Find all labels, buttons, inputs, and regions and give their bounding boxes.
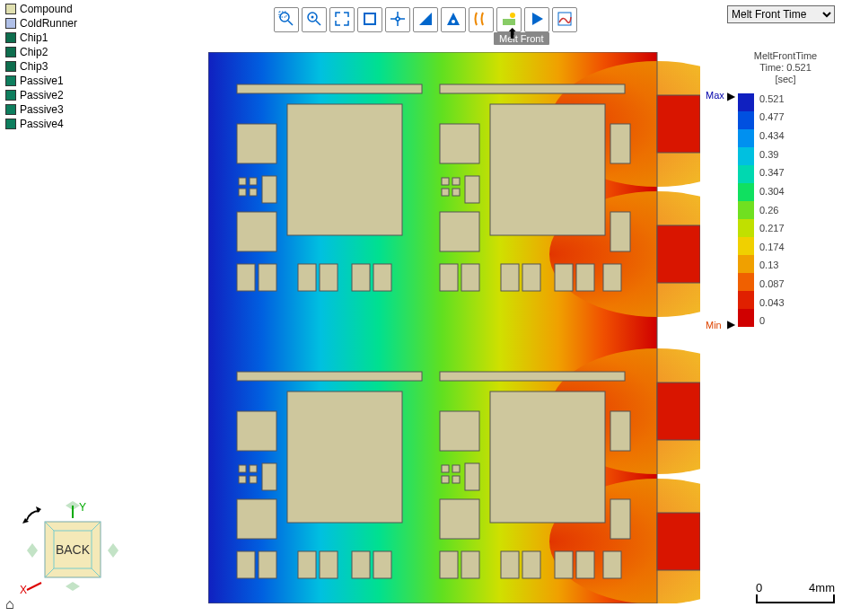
tree-item[interactable]: ColdRunner [5, 16, 77, 31]
window-button[interactable] [357, 7, 382, 32]
model-tree: Compound ColdRunner Chip1 Chip2 Chip3 Pa… [5, 2, 77, 131]
colorbar-value: 0.087 [759, 278, 785, 289]
tree-item[interactable]: Chip1 [5, 31, 77, 45]
play-icon [528, 10, 546, 31]
home-icon: ⌂ [5, 596, 14, 612]
svg-rect-70 [442, 465, 449, 472]
swatch-icon [5, 61, 16, 72]
measure-button[interactable] [413, 7, 438, 32]
svg-rect-24 [657, 513, 700, 570]
pan-button[interactable] [385, 7, 410, 32]
home-button[interactable]: ⌂ [5, 596, 14, 612]
tree-label: Chip3 [20, 60, 48, 73]
zoom-box-button[interactable] [274, 7, 299, 32]
svg-rect-51 [440, 264, 458, 291]
arrow-right-icon: ▶ [727, 90, 735, 102]
section-button[interactable] [469, 7, 494, 32]
axis-x-label: X [20, 584, 27, 596]
svg-rect-69 [262, 463, 276, 490]
colorbar-value: 0.521 [759, 93, 785, 104]
svg-rect-86 [501, 551, 519, 578]
swatch-icon [5, 32, 16, 43]
viewport[interactable] [208, 52, 700, 603]
arrow-right-icon: ▶ [727, 318, 735, 330]
colorbar-value: 0.174 [759, 242, 785, 252]
zoom-target-icon [305, 10, 323, 31]
svg-rect-21 [657, 95, 700, 153]
svg-rect-88 [555, 551, 573, 578]
colorbar-min-label: Min [706, 320, 722, 330]
svg-rect-85 [461, 551, 479, 578]
svg-rect-48 [320, 264, 338, 291]
colorbar-value: 0.13 [759, 260, 785, 270]
svg-rect-31 [610, 124, 630, 163]
svg-rect-64 [610, 411, 630, 451]
swatch-icon [5, 104, 16, 115]
chart-button[interactable] [552, 7, 577, 32]
chart-icon [556, 10, 574, 31]
svg-rect-40 [452, 189, 460, 196]
contour-plot [208, 52, 700, 603]
svg-rect-59 [440, 372, 625, 381]
tree-item[interactable]: Chip2 [5, 45, 77, 59]
svg-rect-72 [442, 476, 449, 483]
colorbar-value: 0.26 [759, 205, 785, 216]
svg-rect-56 [576, 264, 594, 291]
svg-rect-87 [522, 551, 540, 578]
svg-line-4 [316, 21, 320, 25]
svg-rect-58 [237, 372, 422, 381]
colorbar-value: 0 [759, 315, 785, 326]
svg-rect-90 [603, 551, 621, 578]
svg-rect-54 [522, 264, 540, 291]
svg-rect-36 [262, 176, 276, 203]
fit-button[interactable] [329, 7, 355, 32]
probe-icon [444, 10, 462, 31]
svg-rect-43 [440, 212, 479, 251]
window-icon [361, 10, 379, 31]
svg-rect-39 [442, 189, 449, 196]
svg-rect-71 [452, 465, 460, 472]
nav-cube[interactable]: BACK Y X [16, 500, 124, 602]
play-button[interactable] [524, 7, 549, 32]
iso-button[interactable] [496, 7, 522, 32]
tree-label: Chip2 [20, 46, 48, 58]
colorbar-value: 0.434 [759, 130, 785, 141]
svg-rect-83 [373, 551, 391, 578]
colorbar: MeltFrontTime Time: 0.521 [sec] Max ▶ Mi… [736, 50, 835, 327]
colorbar-strip [738, 93, 754, 327]
svg-rect-22 [657, 225, 700, 283]
scale-bar: 04mm [756, 581, 835, 603]
svg-rect-79 [259, 551, 276, 578]
svg-rect-89 [576, 551, 594, 578]
tree-item[interactable]: Passive4 [5, 117, 77, 131]
svg-rect-66 [250, 465, 257, 472]
svg-rect-27 [237, 124, 276, 163]
result-type-select[interactable]: Melt Front Time [727, 5, 835, 23]
svg-rect-30 [490, 104, 605, 235]
svg-rect-80 [298, 551, 316, 578]
svg-rect-28 [287, 104, 402, 235]
svg-rect-23 [657, 383, 700, 440]
zoom-target-button[interactable] [302, 7, 327, 32]
svg-point-13 [510, 13, 515, 18]
colorbar-max-label: Max [706, 90, 724, 101]
tree-item[interactable]: Passive3 [5, 102, 77, 117]
tree-item[interactable]: Chip3 [5, 59, 77, 74]
tree-item[interactable]: Passive1 [5, 74, 77, 88]
swatch-icon [5, 18, 16, 29]
svg-rect-74 [465, 463, 479, 490]
tree-label: Passive2 [20, 89, 64, 101]
svg-rect-46 [259, 264, 276, 291]
svg-rect-38 [452, 178, 460, 185]
tree-item[interactable]: Compound [5, 2, 77, 16]
axis-y-label: Y [79, 501, 86, 514]
svg-rect-44 [610, 212, 630, 251]
svg-rect-84 [440, 551, 458, 578]
svg-rect-65 [239, 465, 246, 472]
probe-button[interactable] [441, 7, 466, 32]
colorbar-value: 0.304 [759, 186, 785, 197]
tree-label: Chip1 [20, 31, 48, 44]
tree-item[interactable]: Passive2 [5, 88, 77, 102]
tree-label: Compound [20, 3, 73, 15]
svg-rect-60 [237, 411, 276, 451]
